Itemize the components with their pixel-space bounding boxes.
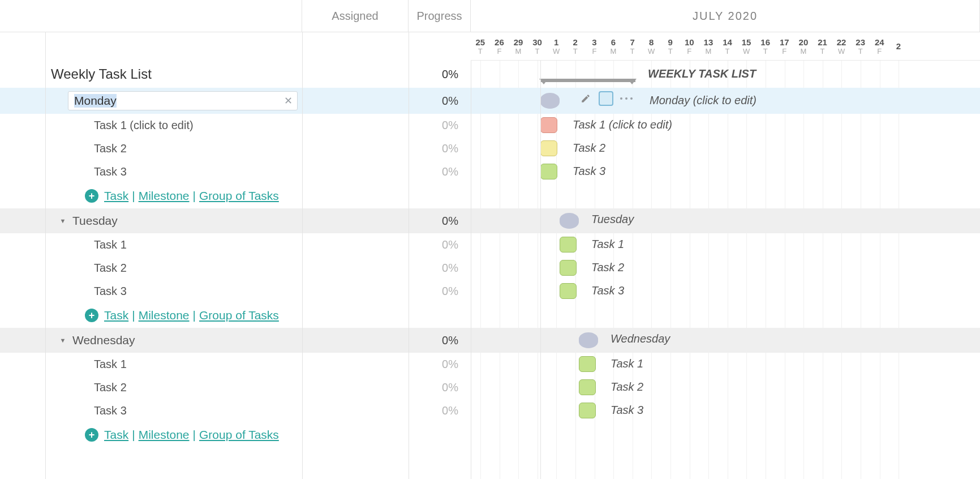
task-progress: 0% <box>409 233 471 256</box>
date-cell[interactable]: 25T <box>471 32 490 60</box>
more-menu-icon[interactable] <box>619 91 634 106</box>
column-header-assigned[interactable]: Assigned <box>302 0 409 32</box>
task-name[interactable]: Task 2 <box>45 256 302 280</box>
column-header-progress[interactable]: Progress <box>409 0 471 32</box>
gantt-task-bar[interactable] <box>560 237 577 253</box>
add-task-link[interactable]: Task <box>104 189 128 203</box>
gantt-task-bar[interactable] <box>579 403 596 418</box>
task-progress: 0% <box>409 399 471 422</box>
gantt-label[interactable]: Task 3 <box>591 284 624 297</box>
task-name[interactable]: Task 3 <box>45 160 302 183</box>
add-milestone-link[interactable]: Milestone <box>139 309 190 322</box>
date-cell[interactable]: 16T <box>756 32 775 60</box>
group-progress: 0% <box>409 88 471 114</box>
date-cell[interactable]: 14T <box>718 32 737 60</box>
gantt-label[interactable]: Task 2 <box>573 142 605 155</box>
gantt-label[interactable]: Task 2 <box>591 261 624 274</box>
group-progress: 0% <box>409 208 471 233</box>
gantt-label[interactable]: Task 3 <box>611 404 643 417</box>
gantt-task-bar[interactable] <box>579 356 596 372</box>
gantt-task-bar[interactable] <box>579 379 596 395</box>
date-cell[interactable]: 9T <box>661 32 680 60</box>
disclosure-icon[interactable]: ▼ <box>59 217 67 225</box>
date-cell[interactable]: 13M <box>699 32 718 60</box>
gantt-label[interactable]: Task 3 <box>573 165 605 178</box>
add-group-link[interactable]: Group of Tasks <box>199 428 279 442</box>
add-milestone-link[interactable]: Milestone <box>139 189 190 203</box>
timeline-month-label: JULY 2020 <box>471 0 980 32</box>
task-name[interactable]: Task 1 (click to edit) <box>45 114 302 137</box>
add-group-link[interactable]: Group of Tasks <box>199 189 279 203</box>
gantt-task-bar[interactable] <box>560 283 577 299</box>
edit-icon[interactable] <box>578 91 593 106</box>
gantt-group-bar-monday[interactable] <box>540 93 560 109</box>
group-progress: 0% <box>409 328 471 353</box>
add-task-link[interactable]: Task <box>104 428 128 442</box>
add-task-link[interactable]: Task <box>104 309 128 322</box>
gantt-task-bar[interactable] <box>560 260 577 276</box>
color-indicator-icon[interactable] <box>599 91 613 106</box>
task-name[interactable]: Task 3 <box>45 399 302 422</box>
date-cell[interactable]: 2T <box>566 32 585 60</box>
gantt-label[interactable]: Monday (click to edit) <box>650 94 757 107</box>
date-cell[interactable]: 22W <box>832 32 851 60</box>
group-name-value: Monday <box>74 94 117 108</box>
task-name[interactable]: Task 1 <box>45 233 302 256</box>
gantt-group-bar-wednesday[interactable] <box>579 332 598 348</box>
date-cell[interactable]: 8W <box>642 32 661 60</box>
project-progress: 0% <box>409 61 471 88</box>
gantt-summary-label: WEEKLY TASK LIST <box>648 67 756 80</box>
date-cell[interactable]: 2 <box>889 32 908 60</box>
date-cell[interactable]: 6M <box>604 32 623 60</box>
gantt-label[interactable]: Task 1 <box>611 357 643 370</box>
gantt-task-bar[interactable] <box>540 140 557 156</box>
date-cell[interactable]: 23T <box>851 32 870 60</box>
gantt-label[interactable]: Tuesday <box>591 213 634 226</box>
gantt-task-bar[interactable] <box>540 164 557 179</box>
gantt-task-bar[interactable] <box>540 117 557 133</box>
date-cell[interactable]: 30T <box>528 32 547 60</box>
gantt-label[interactable]: Task 1 <box>591 238 624 251</box>
date-cell[interactable]: 20M <box>794 32 813 60</box>
date-cell[interactable]: 26F <box>490 32 509 60</box>
group-name[interactable]: Tuesday <box>72 214 118 228</box>
add-milestone-link[interactable]: Milestone <box>139 428 190 442</box>
task-name[interactable]: Task 3 <box>45 280 302 303</box>
clear-input-icon[interactable]: ✕ <box>284 95 293 107</box>
date-cell[interactable]: 15W <box>737 32 756 60</box>
date-cell[interactable]: 24F <box>870 32 889 60</box>
gantt-label[interactable]: Wednesday <box>611 332 670 345</box>
date-cell[interactable]: 29M <box>509 32 528 60</box>
date-cell[interactable]: 10F <box>680 32 699 60</box>
add-plus-icon[interactable]: + <box>85 309 98 322</box>
date-cell[interactable]: 3F <box>585 32 604 60</box>
task-name[interactable]: Task 1 <box>45 353 302 376</box>
disclosure-icon[interactable]: ▼ <box>59 336 67 344</box>
gantt-group-bar-tuesday[interactable] <box>560 213 579 229</box>
task-progress: 0% <box>409 353 471 376</box>
date-cell[interactable]: 21T <box>813 32 832 60</box>
group-name-input[interactable]: Monday ✕ <box>68 91 298 110</box>
task-progress: 0% <box>409 160 471 183</box>
task-name[interactable]: Task 2 <box>45 376 302 399</box>
group-name[interactable]: Wednesday <box>72 333 135 347</box>
task-progress: 0% <box>409 256 471 280</box>
date-cell[interactable]: 1W <box>547 32 566 60</box>
summary-bar[interactable] <box>540 79 635 82</box>
gantt-label[interactable]: Task 1 (click to edit) <box>573 118 672 131</box>
date-cell[interactable]: 17F <box>775 32 794 60</box>
add-plus-icon[interactable]: + <box>85 189 98 203</box>
date-cell[interactable]: 7T <box>623 32 642 60</box>
task-progress: 0% <box>409 137 471 160</box>
add-group-link[interactable]: Group of Tasks <box>199 309 279 322</box>
add-plus-icon[interactable]: + <box>85 428 98 442</box>
task-progress: 0% <box>409 280 471 303</box>
task-progress: 0% <box>409 376 471 399</box>
project-title[interactable]: Weekly Task List <box>45 61 302 88</box>
task-progress: 0% <box>409 114 471 137</box>
gantt-label[interactable]: Task 2 <box>611 380 643 394</box>
task-name[interactable]: Task 2 <box>45 137 302 160</box>
